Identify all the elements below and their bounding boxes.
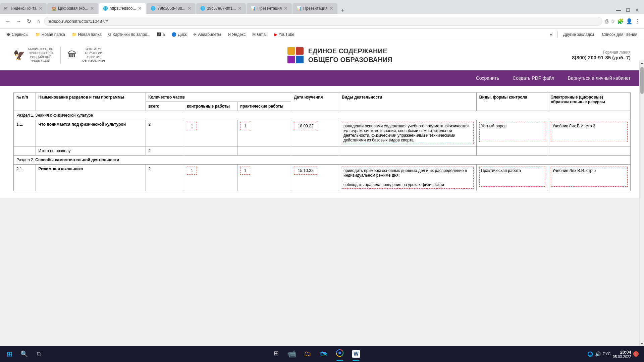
back-to-cabinet-link[interactable]: Вернуться в личный кабинет xyxy=(568,75,631,81)
address-bar: ← → ↻ ⌂ edsoo.ru/constructor/110487/# ⎙ … xyxy=(0,14,644,29)
row-1-1-resource-input[interactable]: Учебник Лях В.И. стр 3 xyxy=(551,122,628,142)
tab-close-7[interactable]: ✕ xyxy=(329,6,333,11)
row-1-1-activity[interactable]: овладении основами содержания учебного п… xyxy=(339,120,476,146)
row-1-1-hours-control[interactable]: 1 xyxy=(184,120,237,146)
row-2-1-activity[interactable]: приводить примеры основных дневных дел и… xyxy=(339,165,476,191)
taskbar-search-button[interactable]: 🔍 xyxy=(17,347,31,361)
bookmark-google-icon: G xyxy=(108,32,111,37)
menu-icon[interactable]: ⋮ xyxy=(635,18,640,24)
start-button[interactable]: ⊞ xyxy=(3,347,16,361)
other-bookmarks[interactable]: Другие закладки xyxy=(560,31,597,38)
tab-7[interactable]: 📊 Презентация ✕ xyxy=(292,3,338,14)
forward-button[interactable]: → xyxy=(15,17,23,26)
row-1-1-date-input[interactable]: 18.09.22 xyxy=(294,122,317,130)
minpros-text: МИНИСТЕРСТВО ПРОСВЕЩЕНИЯ РОССИЙСКОЙ ФЕДЕ… xyxy=(28,47,54,63)
tab-title-1: Яндекс.Почта xyxy=(11,6,37,11)
total-row-1-total: 2 xyxy=(146,146,184,156)
minimize-button[interactable]: — xyxy=(614,6,623,14)
keyboard-indicator[interactable]: РУС xyxy=(603,352,611,356)
tab-5[interactable]: 🌐 39c57e67-dff1... ✕ xyxy=(196,3,246,14)
bookmark-folder-2[interactable]: 📁 Новая папка xyxy=(69,31,104,38)
window-controls: — ☐ ✕ xyxy=(614,6,644,14)
logo-sq-purple xyxy=(287,56,295,63)
bookmark-gmail[interactable]: M Gmail xyxy=(250,31,270,38)
row-1-1-hours-practical[interactable]: 1 xyxy=(237,120,291,146)
bookmark-disk-icon: 🔵 xyxy=(171,32,176,37)
scrollbar-thumb[interactable] xyxy=(640,67,644,94)
scrollbar[interactable]: ▲ ▼ xyxy=(639,60,644,346)
tab-close-3[interactable]: ✕ xyxy=(138,6,142,11)
row-2-1-hours-practical[interactable]: 1 xyxy=(237,165,291,191)
bookmark-a[interactable]: 🅰 a xyxy=(155,31,168,38)
row-1-1-control-input[interactable]: Устный опрос xyxy=(479,122,545,142)
bookmark-youtube-label: YouTube xyxy=(279,32,294,37)
row-1-1-activity-input[interactable]: овладении основами содержания учебного п… xyxy=(342,122,474,144)
row-2-1-hours-control[interactable]: 1 xyxy=(184,165,237,191)
chrome-button[interactable] xyxy=(332,347,347,361)
tab-close-6[interactable]: ✕ xyxy=(284,6,288,11)
bookmark-folder-1[interactable]: 📁 Новая папка xyxy=(33,31,68,38)
files-button[interactable]: 🗂 xyxy=(300,347,315,361)
row-2-1-date-input[interactable]: 15.10.22 xyxy=(294,167,317,175)
bookmark-icon[interactable]: ☆ xyxy=(610,18,615,24)
extensions-icon[interactable]: 🧩 xyxy=(617,18,624,24)
bookmark-youtube[interactable]: ▶ YouTube xyxy=(272,31,297,38)
network-icon[interactable]: 🌐 xyxy=(587,351,593,357)
tab-3[interactable]: 🌐 https://edsoo... ✕ xyxy=(99,3,146,14)
tab-4[interactable]: 🌐 79fc205d-48b... ✕ xyxy=(147,3,195,14)
tab-2[interactable]: 🏫 Цифровая эко... ✕ xyxy=(47,3,98,14)
time-display[interactable]: 20:04 05.03.2022 xyxy=(613,350,631,359)
notification-badge[interactable]: 1 xyxy=(633,351,639,357)
teams-button[interactable]: 📹 xyxy=(284,347,299,361)
share-icon[interactable]: ⎙ xyxy=(605,18,608,24)
widgets-button[interactable]: ⊞ xyxy=(269,347,283,360)
home-button[interactable]: ⌂ xyxy=(35,17,41,26)
tab-6[interactable]: 📊 Презентация ✕ xyxy=(247,3,292,14)
row-1-1-control[interactable]: Устный опрос xyxy=(476,120,548,146)
profile-icon[interactable]: 👤 xyxy=(626,18,633,24)
tab-close-5[interactable]: ✕ xyxy=(238,6,242,11)
bookmark-servisy[interactable]: ⚙ Сервисы xyxy=(4,31,31,38)
row-2-1-name: Режим дня школьника xyxy=(36,165,146,191)
row-2-1-date[interactable]: 15.10.22 xyxy=(291,165,339,191)
reading-list[interactable]: Список для чтения xyxy=(599,31,640,38)
tab-close-1[interactable]: ✕ xyxy=(39,6,43,11)
row-1-1-resource[interactable]: Учебник Лях В.И. стр 3 xyxy=(548,120,630,146)
bookmark-yandex[interactable]: Я Яндекс xyxy=(225,31,248,38)
tab-1[interactable]: ✉ Яндекс.Почта ✕ xyxy=(0,3,47,14)
row-2-1-hours-practical-input[interactable]: 1 xyxy=(240,167,250,175)
bookmark-more-button[interactable]: » xyxy=(547,31,555,38)
tab-close-4[interactable]: ✕ xyxy=(187,6,192,11)
row-2-1-hours-control-input[interactable]: 1 xyxy=(187,167,197,175)
bookmark-avia[interactable]: ✈ Авиабилеты xyxy=(191,31,224,38)
tab-close-2[interactable]: ✕ xyxy=(90,6,94,11)
bookmark-google[interactable]: G Картинки по запро... xyxy=(106,31,153,38)
task-view-button[interactable]: ⧉ xyxy=(32,347,46,361)
row-1-1-hours-practical-input[interactable]: 1 xyxy=(240,122,250,130)
close-button[interactable]: ✕ xyxy=(633,6,641,14)
total-row-1-c3 xyxy=(291,146,339,156)
row-2-1-resource-input[interactable]: Учебние Лях В.И. стр 5 xyxy=(551,167,628,187)
word-button[interactable]: W xyxy=(348,347,363,361)
row-2-1-resource[interactable]: Учебние Лях В.И. стр 5 xyxy=(548,165,630,191)
row-1-1-date[interactable]: 18.09.22 xyxy=(291,120,339,146)
reload-button[interactable]: ↻ xyxy=(25,17,33,26)
scroll-down-arrow[interactable]: ▼ xyxy=(640,341,644,346)
scroll-up-arrow[interactable]: ▲ xyxy=(640,60,644,65)
store-button[interactable]: 🛍 xyxy=(316,347,331,361)
maximize-button[interactable]: ☐ xyxy=(624,6,632,14)
row-2-1-activity-input[interactable]: приводить примеры основных дневных дел и… xyxy=(342,167,474,189)
th-date: Дата изучения xyxy=(291,93,339,111)
row-1-1-hours-control-input[interactable]: 1 xyxy=(187,122,197,130)
save-link[interactable]: Сохранить xyxy=(476,75,499,81)
back-button[interactable]: ← xyxy=(4,17,12,26)
row-2-1-control-input[interactable]: Практическая работа xyxy=(479,167,545,187)
url-bar[interactable]: edsoo.ru/constructor/110487/# xyxy=(44,17,602,26)
create-pdf-link[interactable]: Создать PDF файл xyxy=(513,75,554,81)
new-tab-button[interactable]: + xyxy=(338,7,347,14)
sound-icon[interactable]: 🔊 xyxy=(595,351,601,357)
task-view-icon: ⧉ xyxy=(37,351,41,358)
row-2-1-control[interactable]: Практическая работа xyxy=(476,165,548,191)
bookmark-disk[interactable]: 🔵 Диск xyxy=(169,31,189,38)
row-1-1-name: Что понимается под физической культурой xyxy=(36,120,146,146)
